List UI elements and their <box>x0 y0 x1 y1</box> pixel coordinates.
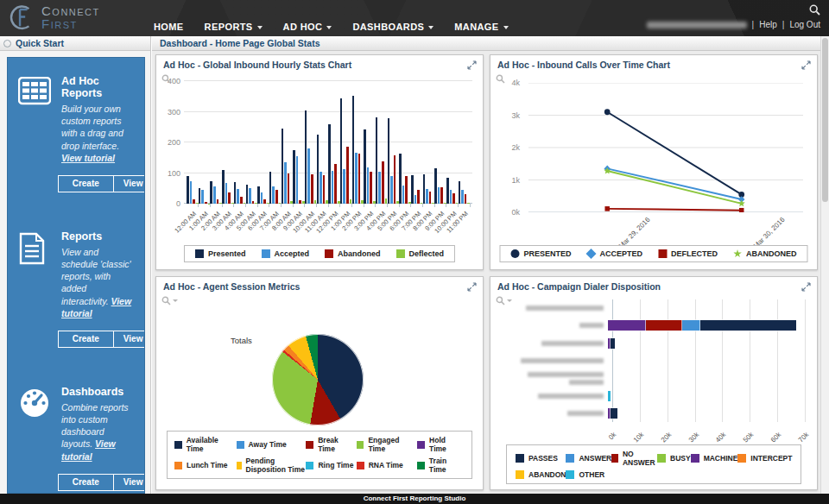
nav-manage[interactable]: MANAGE <box>454 22 508 32</box>
bar-segment <box>394 155 396 204</box>
nav-reports[interactable]: REPORTS <box>205 22 263 32</box>
bar-segment <box>269 172 272 204</box>
view-list-reports-button[interactable]: View list <box>113 331 146 347</box>
x-axis-tick: 11:00 PM <box>458 207 470 245</box>
search-icon[interactable] <box>809 4 820 16</box>
row-label-redacted <box>494 323 608 328</box>
legend-label: Engaged Time <box>368 436 417 453</box>
bar-segment <box>288 173 290 205</box>
legend-item: ACCEPTED <box>587 249 643 258</box>
create-dashboard-button[interactable]: Create <box>59 475 113 490</box>
legend-item: NO ANSWER <box>611 450 657 467</box>
bar-segment <box>240 197 243 204</box>
presented-swatch <box>510 249 519 258</box>
data-point-marker <box>738 200 745 207</box>
legend-item: ABANDON <box>516 470 566 479</box>
expand-panel-icon[interactable] <box>801 60 811 70</box>
panel-title: Ad Hoc - Global Inbound Hourly Stats Cha… <box>163 60 351 70</box>
nav-ad-hoc[interactable]: AD HOC <box>283 22 332 32</box>
help-link[interactable]: Help <box>759 20 777 29</box>
accepted-swatch <box>262 249 270 258</box>
ring-time-swatch <box>306 462 313 469</box>
legend-item: Train Time <box>417 457 465 474</box>
create-report-button[interactable]: Create <box>59 331 113 347</box>
legend-label: Ring Time <box>318 461 353 469</box>
view-list-dashboards-button[interactable]: View list <box>113 475 146 490</box>
nav-home[interactable]: HOME <box>154 22 184 32</box>
bar-segment <box>646 320 682 331</box>
redacted-text-block <box>579 323 604 328</box>
bar-segment <box>608 320 646 331</box>
chart-zoom-tool[interactable] <box>161 296 178 306</box>
chart-zoom-tool[interactable] <box>161 74 171 84</box>
scrollbar-thumb[interactable] <box>822 38 828 202</box>
dashboard-main-area: Dashboard - Home Page Global Stats Ad Ho… <box>152 36 829 494</box>
chart-zoom-tool[interactable] <box>496 296 512 306</box>
x-axis-label: 50k <box>742 431 755 444</box>
bar-segment <box>611 338 615 349</box>
bar-segment <box>388 118 390 204</box>
legend-label: INTERCEPT <box>750 454 792 463</box>
legend-label: Abandoned <box>338 249 381 258</box>
intercept-swatch <box>737 454 746 463</box>
bar-segment <box>284 162 287 204</box>
bar-segment <box>440 187 443 204</box>
bar-zone <box>608 299 805 317</box>
busy-swatch <box>657 454 666 463</box>
dashboards-buttons: Create View list <box>58 474 145 491</box>
bar-segment <box>249 188 251 204</box>
logout-link[interactable]: Log Out <box>789 20 820 29</box>
bar-segment <box>467 203 470 204</box>
panel-title: Ad Hoc - Inbound Calls Over Time Chart <box>497 60 670 70</box>
expand-panel-icon[interactable] <box>801 282 811 292</box>
bar-segment <box>311 174 313 204</box>
magnifier-icon <box>161 296 171 306</box>
bar-segment <box>293 150 295 204</box>
legend-item: Abandoned <box>325 249 381 258</box>
bar-group <box>281 81 293 204</box>
bar-segment <box>376 117 378 204</box>
redacted-text-block <box>521 358 604 363</box>
bar-segment <box>429 192 432 204</box>
card-description: Combine reports into custom dashboard la… <box>61 401 134 463</box>
vertical-scrollbar[interactable] <box>820 36 829 494</box>
chart-zoom-tool[interactable] <box>496 74 505 84</box>
bar-segment <box>382 161 384 204</box>
bar-group <box>434 81 446 204</box>
card-title: Ad Hoc Reports <box>61 75 134 99</box>
bar-segment <box>364 129 366 204</box>
nav-dashboards[interactable]: DASHBOARDS <box>352 22 433 32</box>
legend-label: ABANDONED <box>746 249 797 258</box>
bar-segment <box>246 185 249 204</box>
bar-segment <box>461 190 464 204</box>
footer-text: Connect First Reporting Studio <box>364 495 466 502</box>
view-list-ad-hoc-button[interactable]: View list <box>113 176 146 192</box>
create-ad-hoc-button[interactable]: Create <box>59 176 113 192</box>
view-tutorial-link[interactable]: View tutorial <box>61 153 115 163</box>
legend-item: ABANDONED <box>733 249 797 258</box>
data-point-marker <box>604 206 609 211</box>
legend-label: ACCEPTED <box>600 249 643 258</box>
legend-label: PASSES <box>528 454 558 463</box>
redacted-text-block <box>526 306 604 311</box>
y-axis-label: 200 <box>160 138 180 147</box>
legend-item: Available Time <box>174 436 237 453</box>
expand-panel-icon[interactable] <box>467 60 477 70</box>
username-redacted <box>647 22 747 28</box>
collapse-panel-icon[interactable] <box>3 40 11 47</box>
legend-label: MACHINE <box>704 454 738 463</box>
line-chart-svg <box>523 83 803 212</box>
bar-segment <box>611 408 617 419</box>
stacked-bar <box>608 391 611 401</box>
expand-panel-icon[interactable] <box>467 282 477 292</box>
panel-title: Ad Hoc - Agent Session Metrics <box>163 281 300 292</box>
x-axis-label: 40k <box>714 431 727 444</box>
card-description: Build your own custom reports with a dra… <box>61 103 134 164</box>
bar-segment <box>378 172 381 204</box>
footer-bar: Connect First Reporting Studio <box>0 494 829 504</box>
document-icon <box>18 230 53 319</box>
legend-label: Available Time <box>187 436 237 453</box>
y-axis-label: 2k <box>497 143 520 152</box>
legend-label: ANSWER <box>579 454 611 463</box>
bar-zone <box>608 352 805 369</box>
